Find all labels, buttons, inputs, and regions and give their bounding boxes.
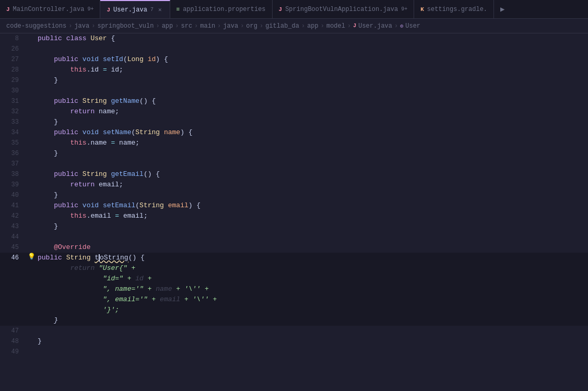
code-area: 8 public class User { 26 27 public void … (0, 33, 588, 357)
line-content: public String toString() { (36, 253, 588, 263)
line-number: 46 (0, 253, 27, 263)
line-content (36, 44, 588, 54)
line-content (36, 232, 588, 242)
line-content: } (36, 221, 588, 232)
tab-settings-gradle[interactable]: K settings.gradle. (414, 0, 494, 18)
line: "id=" + id + (0, 274, 588, 284)
line-number: 27 (0, 54, 27, 65)
line: 8 public class User { (0, 33, 588, 44)
tab-label: application.properties (183, 6, 265, 13)
line: 40 } (0, 190, 588, 200)
line-number: 41 (0, 200, 27, 211)
line-content (36, 347, 588, 357)
line: 35 this.name = name; (0, 138, 588, 148)
line-number: 37 (0, 159, 27, 169)
line-number: 42 (0, 211, 27, 221)
line-content: } (36, 117, 588, 127)
line: ", email='" + email + '\'' + (0, 294, 588, 305)
line-number: 30 (0, 86, 27, 96)
line-number: 47 (0, 326, 27, 336)
breadcrumb-sep: › (91, 22, 95, 30)
breadcrumb-part: app (307, 22, 319, 30)
breadcrumb-part: java (223, 22, 238, 30)
tab-label: settings.gradle. (427, 6, 487, 13)
tab-bar: J MainController.java 9+ J User.java 7 ✕… (0, 0, 588, 19)
line-number: 44 (0, 232, 27, 242)
bulb-icon[interactable]: 💡 (28, 253, 36, 260)
breadcrumb-part: java (74, 22, 89, 30)
tab-label: User.java (113, 6, 147, 14)
breadcrumb-part: gitlab_da (265, 22, 299, 30)
tab-icon-j: J (6, 6, 10, 13)
tab-app-properties[interactable]: ≡ application.properties (170, 0, 273, 18)
line-content: "id=" + id + (36, 274, 588, 284)
breadcrumb-sep: › (156, 22, 159, 30)
breadcrumb-part: code-suggestions (6, 22, 66, 30)
line-number: 34 (0, 127, 27, 138)
editor: 8 public class User { 26 27 public void … (0, 33, 588, 391)
tab-badge: 9+ (401, 6, 407, 12)
line: 38 public String getEmail() { (0, 169, 588, 180)
line-number: 33 (0, 117, 27, 127)
line: 30 (0, 86, 588, 96)
line-content: ", name='" + name + '\'' + (36, 284, 588, 294)
line-number: 45 (0, 242, 27, 253)
line-content: this.id = id; (36, 65, 588, 75)
line: 27 public void setId(Long id) { (0, 54, 588, 65)
line: 48 } (0, 336, 588, 347)
breadcrumb-sep: › (175, 22, 179, 30)
line-content (36, 326, 588, 336)
breadcrumb-part: app (162, 22, 173, 30)
line-number: 35 (0, 138, 27, 148)
line-number: 39 (0, 180, 27, 190)
breadcrumb-part: springboot_vuln (97, 22, 154, 30)
line-content: } (36, 190, 588, 200)
line-content: } (36, 75, 588, 86)
line-content: @Override (36, 242, 588, 253)
tab-icon-j: J (107, 7, 110, 13)
tab-user-java[interactable]: J User.java 7 ✕ (100, 0, 170, 18)
line-content: } (36, 148, 588, 159)
line-number: 49 (0, 347, 27, 357)
line: } (0, 315, 588, 326)
breadcrumb-sep: › (301, 22, 305, 30)
breadcrumb-sep: › (68, 22, 72, 30)
breadcrumb-part: src (181, 22, 192, 30)
line-content: return name; (36, 106, 588, 117)
breadcrumb-part: model (326, 22, 345, 30)
line: 28 this.id = id; (0, 65, 588, 75)
tab-springboot-app[interactable]: J SpringBootVulnApplication.java 9+ (273, 0, 415, 18)
breadcrumb-sep: › (194, 22, 198, 30)
tab-main-controller[interactable]: J MainController.java 9+ (0, 0, 100, 18)
line: '}'; (0, 305, 588, 315)
line: 33 } (0, 117, 588, 127)
line-content: this.email = email; (36, 211, 588, 221)
line: 29 } (0, 75, 588, 86)
line-number: 38 (0, 169, 27, 180)
line-content: public void setId(Long id) { (36, 54, 588, 65)
line: 34 public void setName(String name) { (0, 127, 588, 138)
tab-close-button[interactable]: ✕ (157, 6, 163, 14)
line-content: } (36, 336, 588, 347)
line: ", name='" + name + '\'' + (0, 284, 588, 294)
breadcrumb-file-icon: J (353, 23, 356, 29)
line: 42 this.email = email; (0, 211, 588, 221)
tab-more[interactable]: ▶ (494, 0, 511, 18)
line-number: 32 (0, 106, 27, 117)
breadcrumb-file: User.java (358, 22, 392, 30)
line-content: return email; (36, 180, 588, 190)
line: 41 public void setEmail(String email) { (0, 200, 588, 211)
tab-icon-kotlin: K (420, 6, 424, 13)
line-number: 26 (0, 44, 27, 54)
line: 39 return email; (0, 180, 588, 190)
line-number: 8 (0, 33, 27, 44)
line: 46 💡 public String toString() { (0, 253, 588, 263)
tab-icon-props: ≡ (177, 6, 180, 13)
breadcrumb-class-icon: ⊙ (400, 23, 403, 29)
line: 26 (0, 44, 588, 54)
line: 37 (0, 159, 588, 169)
line-content (36, 159, 588, 169)
line-content: this.name = name; (36, 138, 588, 148)
line: 47 (0, 326, 588, 336)
line-number: 29 (0, 75, 27, 86)
